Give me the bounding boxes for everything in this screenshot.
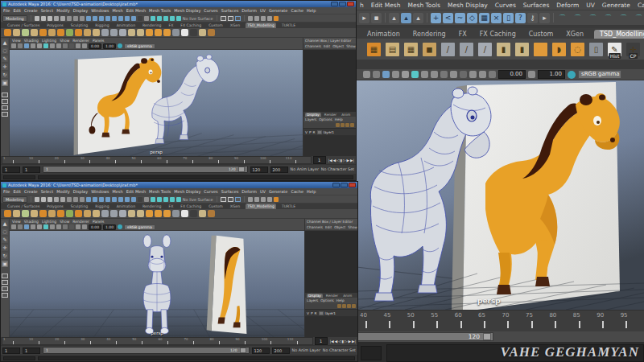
menu-set-dropdown[interactable]: Modeling [2, 196, 27, 203]
status-icon[interactable] [80, 197, 85, 202]
menu-item[interactable]: Mesh Tools [407, 2, 440, 9]
menu-item[interactable]: Mesh Display [174, 189, 200, 194]
status-icon[interactable] [93, 197, 97, 202]
layout-shortcut-icon[interactable] [2, 99, 8, 104]
move-tool-icon[interactable]: ✛ [2, 245, 8, 251]
menu-item[interactable]: Surfaces [221, 189, 239, 194]
panel-menu-item[interactable]: Show [60, 220, 69, 224]
playback-start-field[interactable]: 1 [2, 167, 20, 173]
shelf-tab[interactable]: TSD_Modelling [246, 23, 276, 28]
edge-frame-icon[interactable]: ▯ [588, 42, 604, 57]
viewport-toolbar-icon[interactable] [382, 71, 390, 78]
select-tool-icon[interactable]: ▲ [2, 220, 8, 227]
shelf-icon[interactable] [119, 210, 126, 217]
viewport-toolbar-icon[interactable] [392, 71, 399, 78]
menu-item[interactable]: Generate [269, 189, 287, 194]
poly-cube-icon[interactable]: ◼ [422, 42, 437, 57]
shelf-icon[interactable] [110, 210, 118, 217]
shelf-icon[interactable] [93, 210, 100, 217]
shelf-icon[interactable] [146, 29, 153, 36]
layer-menu-item[interactable]: Layers [307, 298, 318, 302]
lasso-tool-icon[interactable]: ◌ [2, 47, 8, 54]
status-icon[interactable] [73, 197, 78, 202]
snap-point-icon[interactable]: ◇ [467, 13, 477, 23]
shelf-icon[interactable] [31, 210, 38, 217]
viewport-toolbar-icon[interactable] [489, 71, 496, 78]
status-icon[interactable] [131, 16, 136, 21]
curve-hook-icon[interactable]: ⌒ [557, 13, 568, 23]
shelf-icon[interactable] [75, 210, 82, 217]
menu-item[interactable]: Select [41, 8, 53, 13]
menu-item[interactable]: Edit [13, 189, 21, 194]
lasso-tool-icon[interactable]: ▪ [371, 13, 382, 23]
quad-patch-icon[interactable]: ▦ [403, 42, 419, 57]
status-icon[interactable] [54, 197, 59, 202]
menu-item[interactable]: Help [307, 8, 316, 13]
playback-button[interactable]: ▷ [345, 339, 347, 343]
shelf-icon[interactable] [181, 210, 188, 217]
layer-menu-item[interactable]: Layers [305, 117, 316, 121]
shelf-icon[interactable] [208, 29, 215, 36]
character-set-dropdown[interactable]: No Character Set [323, 348, 356, 352]
shelf-icon[interactable] [128, 29, 135, 36]
perspective-viewport[interactable]: ViewShadingLightingShowRendererPanels 0.… [10, 219, 304, 337]
menu-item[interactable]: Create [24, 189, 38, 194]
range-handle[interactable] [483, 333, 491, 340]
gamma-field[interactable]: 1.00 [103, 43, 116, 49]
panel-menu-item[interactable]: Shading [24, 220, 39, 224]
render-icon[interactable] [267, 197, 272, 202]
layer-menu-item[interactable]: Help [335, 117, 343, 121]
shelf-icon[interactable] [93, 29, 100, 36]
time-slider[interactable]: 1 10 20 [1, 337, 357, 345]
shelf-tab[interactable]: Animation [365, 30, 402, 39]
menu-item[interactable]: Mesh Display [448, 2, 488, 9]
shelf-icon[interactable] [208, 210, 215, 217]
menu-item[interactable]: Curves [495, 2, 516, 9]
status-icon[interactable] [99, 197, 104, 202]
viewport-toolbar-icon[interactable] [18, 224, 23, 229]
playback-end-field[interactable]: 120 [250, 167, 268, 173]
menu-item[interactable]: Curves [204, 8, 217, 13]
shelf-icon[interactable] [190, 29, 197, 36]
status-icon[interactable] [60, 16, 65, 21]
layout-persp-icon[interactable] [235, 197, 241, 202]
shelf-icon[interactable] [57, 210, 64, 217]
shelf-tab[interactable]: XGen [564, 30, 586, 39]
playback-button[interactable]: ◀ [333, 158, 336, 162]
playback-button[interactable]: ▮ [342, 339, 344, 343]
gamma-field[interactable]: 1.00 [538, 70, 565, 79]
shelf-tab[interactable]: Curves / Surfaces [6, 23, 41, 28]
timeline-ruler[interactable]: 1 10 20 [2, 156, 312, 164]
shelf-icon[interactable] [39, 29, 47, 36]
layer-name[interactable]: layer1 [324, 130, 335, 134]
shelf-icon[interactable] [128, 210, 135, 217]
viewport-toolbar-icon[interactable] [37, 43, 42, 48]
viewport-toolbar-icon[interactable] [402, 71, 409, 78]
status-icon[interactable] [125, 16, 130, 21]
shelf-tab[interactable]: Animation [115, 204, 137, 209]
perspective-viewport[interactable]: ViewShadingLightingShowRendererPanels 0.… [10, 38, 303, 156]
shelf-tab[interactable]: FX Caching [179, 204, 203, 209]
panel-menu-item[interactable]: View [12, 220, 21, 224]
curve-spiral-icon[interactable]: ⌒ [634, 13, 644, 23]
anim-end-field[interactable]: 200 [272, 348, 290, 354]
panel-menu-item[interactable]: Show [60, 39, 69, 43]
channel-box-menu-item[interactable]: Edit [324, 44, 330, 48]
status-icon[interactable] [112, 16, 117, 21]
menu-set-dropdown[interactable]: Modeling [2, 15, 27, 22]
shelf-tab[interactable]: TSD_Modelling [246, 204, 276, 209]
anim-layer-dropdown[interactable]: No Anim Layer [292, 348, 320, 352]
shelf-icon[interactable] [57, 29, 64, 36]
viewport-toolbar-icon[interactable] [440, 71, 448, 78]
symmetry-icon[interactable]: ▯ [503, 13, 514, 23]
status-icon[interactable] [67, 16, 72, 21]
gamma-icon[interactable] [528, 71, 535, 78]
shelf-icon[interactable] [48, 210, 56, 217]
shelf-icon[interactable] [4, 210, 11, 217]
shelf-icon[interactable] [163, 29, 171, 36]
shelf-icon[interactable] [22, 210, 29, 217]
channel-box-menu-item[interactable]: Show [346, 44, 356, 48]
range-slider[interactable]: 1 120 [43, 166, 248, 173]
menu-item[interactable]: File [3, 189, 10, 194]
viewport-toolbar-icon[interactable] [69, 224, 74, 229]
